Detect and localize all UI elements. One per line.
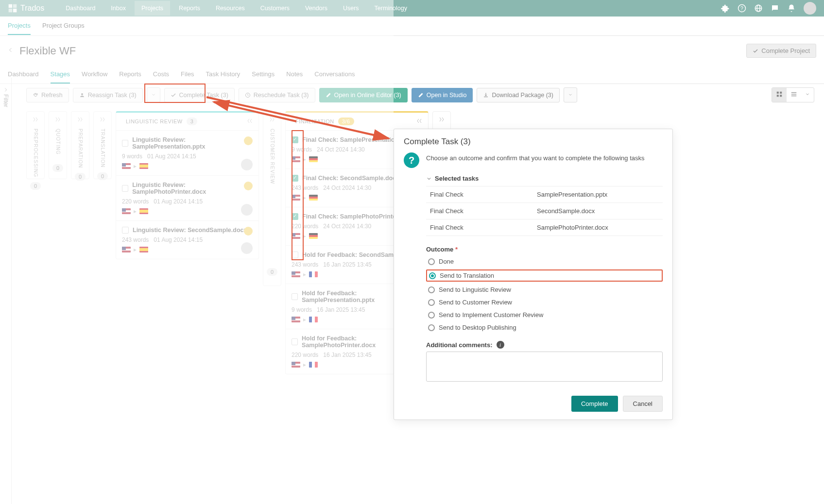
subnav-item-project-groups[interactable]: Project Groups [42, 17, 85, 35]
download-package-button[interactable]: Download Package (3) [477, 88, 559, 102]
column-count: 0 [97, 172, 108, 180]
subnav-item-projects[interactable]: Projects [8, 17, 31, 35]
topnav-item-vendors[interactable]: Vendors [298, 1, 334, 16]
column-title: FINALIZATION [295, 118, 334, 124]
outcome-label: Done [439, 258, 454, 265]
topnav-item-inbox[interactable]: Inbox [104, 1, 133, 16]
chevron-down-icon [805, 92, 810, 97]
dialog-cancel-button[interactable]: Cancel [623, 396, 663, 412]
outcome-option-done[interactable]: Done [426, 257, 663, 266]
sub-nav: ProjectsProject Groups [0, 17, 824, 36]
comments-textarea[interactable] [426, 352, 663, 382]
topnav-item-projects[interactable]: Projects [135, 1, 170, 16]
chevron-down-icon [568, 92, 573, 97]
dialog-complete-button[interactable]: Complete [571, 396, 618, 412]
svg-rect-0 [9, 4, 13, 8]
task-checkbox[interactable] [292, 338, 298, 345]
filter-label: Filter [2, 94, 9, 107]
flag-fr-icon [309, 317, 318, 322]
reassign-task-button[interactable]: Reassign Task (3) [73, 88, 143, 102]
customer-review-column-collapsed[interactable]: CUSTOMER REVIEW 0 [263, 111, 281, 286]
help-icon[interactable]: ? [738, 4, 746, 13]
collapsed-column-translation[interactable]: TRANSLATION 0 [93, 111, 112, 179]
flag-us-icon [292, 317, 300, 322]
complete-project-button[interactable]: Complete Project [746, 44, 816, 58]
globe-icon[interactable] [754, 4, 763, 13]
flag-es-icon [139, 208, 148, 214]
task-meta: 9 words 01 Aug 2024 14:15 [122, 153, 253, 160]
dialog-intro-text: Choose an outcome and confirm that you w… [426, 152, 644, 168]
column-header: LINGUISTIC REVIEW 3 [116, 113, 258, 130]
task-checkbox[interactable] [122, 227, 129, 234]
assignee-avatar[interactable] [241, 159, 253, 170]
chat-icon[interactable] [771, 4, 779, 13]
task-checkbox[interactable] [292, 252, 298, 258]
page-title: Flexible WF [19, 45, 740, 57]
column-count: 0 [30, 182, 41, 190]
bell-icon[interactable] [787, 4, 796, 13]
task-checkbox[interactable] [292, 175, 298, 182]
outcome-option-send-to-desktop-publishing[interactable]: Send to Desktop Publishing [426, 323, 663, 332]
selected-tasks-toggle[interactable]: Selected tasks [426, 175, 663, 182]
task-card[interactable]: Linguistic Review: SamplePresentation.pp… [116, 130, 258, 175]
flag-us-icon [292, 362, 300, 368]
refresh-button[interactable]: Refresh [26, 88, 69, 102]
assignee-avatar[interactable] [241, 204, 253, 216]
page-header: Flexible WF Complete Project [0, 36, 824, 66]
download-dropdown[interactable] [564, 87, 577, 102]
outcome-option-send-to-linguistic-review[interactable]: Send to Linguistic Review [426, 285, 663, 294]
download-icon [483, 92, 489, 98]
task-checkbox[interactable] [292, 136, 298, 143]
list-icon [790, 91, 797, 98]
task-checkbox[interactable] [292, 213, 298, 220]
topnav-right-icons: ? [721, 2, 816, 15]
open-in-studio-button[interactable]: Open in Studio [412, 88, 473, 102]
topnav-item-terminology[interactable]: Terminology [368, 1, 414, 16]
info-icon[interactable]: i [497, 341, 504, 349]
list-view-button[interactable] [787, 88, 801, 102]
flag-de-icon [309, 233, 318, 239]
task-checkbox[interactable] [122, 140, 128, 147]
task-title: Final Check: SecondSample.docx [302, 175, 399, 182]
user-avatar[interactable] [804, 2, 816, 15]
open-online-editor-button[interactable]: Open in Online Editor (3) [319, 88, 408, 102]
outcome-option-send-to-implement-customer-review[interactable]: Send to Implement Customer Review [426, 310, 663, 319]
radio-icon [428, 286, 435, 293]
collapsed-column-quoting[interactable]: QUOTING 0 [49, 111, 67, 179]
filter-rail[interactable]: Filter [0, 78, 12, 504]
top-nav: Trados DashboardInboxProjectsReportsReso… [0, 0, 824, 17]
column-name: CUSTOMER REVIEW [270, 129, 275, 184]
status-badge-icon [244, 136, 253, 145]
task-card[interactable]: Linguistic Review: SamplePhotoPrinter.do… [116, 175, 258, 220]
assignee-avatar[interactable] [241, 242, 253, 254]
reschedule-task-button[interactable]: Reschedule Task (3) [239, 88, 315, 102]
topnav-item-reports[interactable]: Reports [172, 1, 207, 16]
topnav-item-resources[interactable]: Resources [209, 1, 252, 16]
reassign-dropdown[interactable] [147, 87, 160, 102]
topnav-item-customers[interactable]: Customers [254, 1, 296, 16]
grid-icon [776, 91, 783, 98]
selected-task-row: Final CheckSamplePhotoPrinter.docx [426, 219, 663, 236]
task-checkbox[interactable] [292, 293, 298, 300]
collapsed-column-preprocessing[interactable]: PREPROCESSING 0 [26, 111, 45, 179]
collapse-column-button[interactable] [247, 118, 253, 125]
question-icon: ? [404, 152, 419, 168]
topnav-item-dashboard[interactable]: Dashboard [59, 1, 102, 16]
topnav-item-users[interactable]: Users [336, 1, 366, 16]
outcome-option-send-to-customer-review[interactable]: Send to Customer Review [426, 298, 663, 307]
card-view-button[interactable] [772, 88, 787, 102]
view-options-dropdown[interactable] [801, 88, 814, 102]
svg-point-9 [81, 93, 83, 95]
complete-task-dialog: Complete Task (3) ? Choose an outcome an… [394, 129, 673, 420]
collapsed-column-preparation[interactable]: PREPARATION 0 [71, 111, 89, 179]
collapse-column-button[interactable] [416, 118, 422, 125]
complete-task-button[interactable]: Complete Task (3) [164, 88, 235, 102]
outcome-option-send-to-translation[interactable]: Send to Translation [426, 269, 663, 282]
back-button[interactable] [8, 47, 14, 54]
user-icon [79, 92, 85, 98]
check-icon [753, 48, 758, 54]
flag-es-icon [139, 247, 148, 252]
task-checkbox[interactable] [122, 185, 128, 192]
task-card[interactable]: Linguistic Review: SecondSample.docx 243… [116, 220, 258, 259]
puzzle-icon[interactable] [721, 4, 730, 13]
